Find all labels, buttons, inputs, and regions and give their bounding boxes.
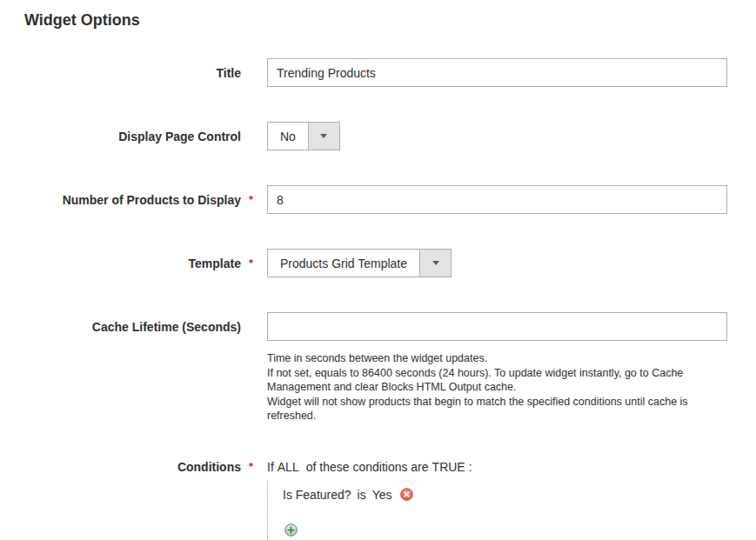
products-count-input[interactable] [267,185,727,214]
required-asterisk: * [249,459,253,475]
conditions-rule-line: If ALL of these conditions are TRUE : [267,458,756,476]
dropdown-arrow-button [419,250,451,277]
condition-attribute[interactable]: Is Featured? [283,486,351,503]
form-row-template: Template * Products Grid Template [24,249,756,277]
required-asterisk: * [249,256,253,271]
note-line: Widget will not show products that begin… [267,395,706,423]
products-count-label: Number of Products to Display * [24,185,241,214]
chevron-down-icon [432,261,439,265]
conditions-tree: Is Featured? is Yes [267,482,756,540]
rule-value-selector[interactable]: TRUE [432,458,465,476]
condition-value[interactable]: Yes [372,486,392,503]
required-asterisk: * [249,192,253,208]
rule-prefix: If [267,458,274,476]
template-select[interactable]: Products Grid Template [267,249,452,277]
note-line: If not set, equals to 86400 seconds (24 … [267,366,706,395]
condition-operator[interactable]: is [358,486,366,503]
cache-lifetime-input[interactable] [267,312,727,341]
add-condition-line [283,523,756,539]
page-title: Widget Options [24,10,756,30]
form-row-conditions: Conditions * If ALL of these conditions … [24,458,756,540]
form-row-title: Title [24,58,756,87]
widget-options-panel: Widget Options Title Display Page Contro… [0,0,756,540]
dropdown-arrow-button [308,123,339,150]
rule-colon: : [469,458,472,476]
display-page-control-select[interactable]: No [267,122,340,150]
display-page-control-selected-value: No [268,123,308,150]
form-row-cache-lifetime: Cache Lifetime (Seconds) Time in seconds… [24,312,756,423]
conditions-label: Conditions * [24,458,241,476]
remove-condition-icon[interactable] [400,488,413,501]
title-input[interactable] [267,58,727,87]
template-label: Template * [24,249,241,277]
form-row-display-page-control: Display Page Control No [24,122,756,150]
add-condition-icon[interactable] [284,523,298,537]
chevron-down-icon [320,134,327,138]
cache-lifetime-note: Time in seconds between the widget updat… [267,351,706,423]
template-selected-value: Products Grid Template [268,250,419,277]
rule-aggregator-selector[interactable]: ALL [278,458,299,476]
condition-item: Is Featured? is Yes [283,486,756,503]
cache-lifetime-label: Cache Lifetime (Seconds) [24,312,241,341]
form-row-products-count: Number of Products to Display * [24,185,756,214]
display-page-control-label: Display Page Control [24,122,241,150]
rule-middle-text: of these conditions are [306,458,429,476]
note-line: Time in seconds between the widget updat… [267,351,706,366]
title-label: Title [24,58,241,87]
